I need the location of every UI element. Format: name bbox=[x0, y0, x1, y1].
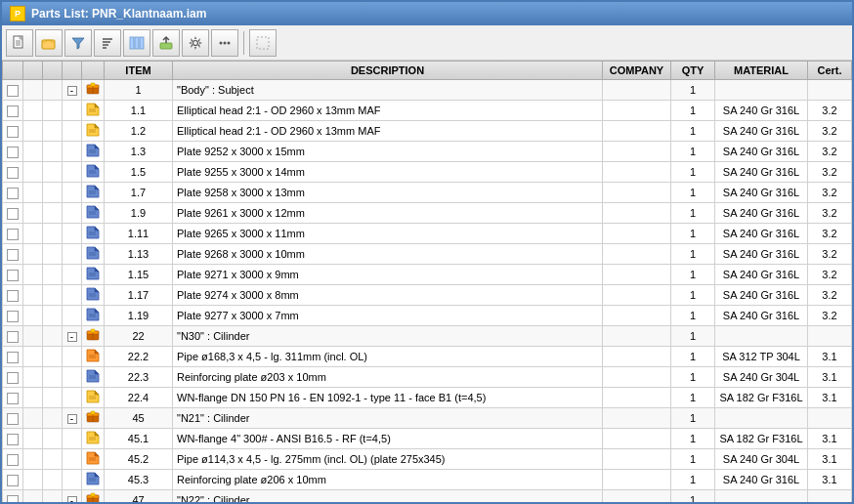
row-check2[interactable] bbox=[23, 203, 43, 224]
new-button[interactable] bbox=[6, 29, 33, 57]
row-check2[interactable] bbox=[23, 183, 43, 203]
export-button[interactable] bbox=[152, 29, 180, 57]
row-expand[interactable] bbox=[63, 265, 82, 285]
row-expand[interactable] bbox=[63, 429, 82, 449]
row-check1[interactable] bbox=[3, 388, 23, 408]
row-expand[interactable]: - bbox=[63, 326, 82, 347]
header-item[interactable]: ITEM bbox=[105, 62, 173, 80]
header-material[interactable]: MATERIAL bbox=[715, 62, 808, 80]
row-check2[interactable] bbox=[23, 101, 43, 121]
row-check3[interactable] bbox=[43, 121, 63, 142]
row-check2[interactable] bbox=[23, 408, 43, 429]
row-check2[interactable] bbox=[23, 388, 43, 408]
row-expand[interactable] bbox=[63, 285, 82, 306]
row-check2[interactable] bbox=[23, 80, 43, 101]
row-check2[interactable] bbox=[23, 429, 43, 449]
row-check3[interactable] bbox=[43, 224, 63, 244]
row-check3[interactable] bbox=[43, 244, 63, 265]
open-button[interactable] bbox=[35, 29, 63, 57]
row-check3[interactable] bbox=[43, 408, 63, 429]
row-check1[interactable] bbox=[3, 408, 23, 429]
row-check3[interactable] bbox=[43, 490, 63, 503]
placeholder-button[interactable] bbox=[249, 29, 277, 57]
row-check1[interactable] bbox=[3, 101, 23, 121]
row-check1[interactable] bbox=[3, 326, 23, 347]
sort-button[interactable] bbox=[94, 29, 121, 57]
settings-button[interactable] bbox=[182, 29, 209, 57]
row-check1[interactable] bbox=[3, 183, 23, 203]
row-expand[interactable] bbox=[63, 347, 82, 367]
row-check1[interactable] bbox=[3, 470, 23, 490]
header-description[interactable]: DESCRIPTION bbox=[173, 62, 603, 80]
row-check2[interactable] bbox=[23, 449, 43, 470]
row-check3[interactable] bbox=[43, 203, 63, 224]
header-company[interactable]: COMPANY bbox=[603, 62, 671, 80]
row-expand[interactable] bbox=[63, 101, 82, 121]
row-expand[interactable] bbox=[63, 203, 82, 224]
row-check2[interactable] bbox=[23, 490, 43, 503]
row-expand[interactable]: - bbox=[63, 80, 82, 101]
row-check2[interactable] bbox=[23, 367, 43, 388]
row-expand[interactable] bbox=[63, 142, 82, 162]
row-check2[interactable] bbox=[23, 285, 43, 306]
row-check3[interactable] bbox=[43, 367, 63, 388]
columns-button[interactable] bbox=[123, 29, 150, 57]
row-check3[interactable] bbox=[43, 265, 63, 285]
row-expand[interactable]: - bbox=[63, 490, 82, 503]
row-check3[interactable] bbox=[43, 306, 63, 326]
row-expand[interactable] bbox=[63, 449, 82, 470]
row-expand[interactable] bbox=[63, 162, 82, 183]
row-check2[interactable] bbox=[23, 224, 43, 244]
row-check3[interactable] bbox=[43, 285, 63, 306]
row-check3[interactable] bbox=[43, 449, 63, 470]
row-check3[interactable] bbox=[43, 101, 63, 121]
row-check1[interactable] bbox=[3, 244, 23, 265]
row-expand[interactable] bbox=[63, 224, 82, 244]
row-check1[interactable] bbox=[3, 347, 23, 367]
row-check3[interactable] bbox=[43, 142, 63, 162]
row-expand[interactable]: - bbox=[63, 408, 82, 429]
row-check2[interactable] bbox=[23, 244, 43, 265]
row-check2[interactable] bbox=[23, 470, 43, 490]
table-container[interactable]: ITEM DESCRIPTION COMPANY QTY MATERIAL Ce… bbox=[2, 61, 852, 502]
row-check1[interactable] bbox=[3, 490, 23, 503]
filter-button[interactable] bbox=[64, 29, 92, 57]
row-expand[interactable] bbox=[63, 367, 82, 388]
row-expand[interactable] bbox=[63, 470, 82, 490]
row-check1[interactable] bbox=[3, 203, 23, 224]
row-check2[interactable] bbox=[23, 142, 43, 162]
row-check1[interactable] bbox=[3, 142, 23, 162]
row-expand[interactable] bbox=[63, 388, 82, 408]
row-check3[interactable] bbox=[43, 326, 63, 347]
row-check1[interactable] bbox=[3, 285, 23, 306]
row-check1[interactable] bbox=[3, 162, 23, 183]
header-cert[interactable]: Cert. bbox=[808, 62, 852, 80]
row-check1[interactable] bbox=[3, 429, 23, 449]
row-check3[interactable] bbox=[43, 162, 63, 183]
row-check1[interactable] bbox=[3, 224, 23, 244]
row-expand[interactable] bbox=[63, 121, 82, 142]
row-check1[interactable] bbox=[3, 265, 23, 285]
row-check3[interactable] bbox=[43, 470, 63, 490]
row-check2[interactable] bbox=[23, 306, 43, 326]
row-check2[interactable] bbox=[23, 121, 43, 142]
row-expand[interactable] bbox=[63, 183, 82, 203]
row-check2[interactable] bbox=[23, 326, 43, 347]
row-check3[interactable] bbox=[43, 183, 63, 203]
header-qty[interactable]: QTY bbox=[671, 62, 715, 80]
row-check1[interactable] bbox=[3, 306, 23, 326]
row-check3[interactable] bbox=[43, 388, 63, 408]
row-check1[interactable] bbox=[3, 449, 23, 470]
extra-button[interactable] bbox=[211, 29, 238, 57]
row-check3[interactable] bbox=[43, 80, 63, 101]
row-check2[interactable] bbox=[23, 162, 43, 183]
row-check1[interactable] bbox=[3, 121, 23, 142]
row-expand[interactable] bbox=[63, 306, 82, 326]
row-expand[interactable] bbox=[63, 244, 82, 265]
row-check2[interactable] bbox=[23, 265, 43, 285]
row-check2[interactable] bbox=[23, 347, 43, 367]
row-check1[interactable] bbox=[3, 367, 23, 388]
row-check1[interactable] bbox=[3, 80, 23, 101]
row-check3[interactable] bbox=[43, 347, 63, 367]
row-check3[interactable] bbox=[43, 429, 63, 449]
